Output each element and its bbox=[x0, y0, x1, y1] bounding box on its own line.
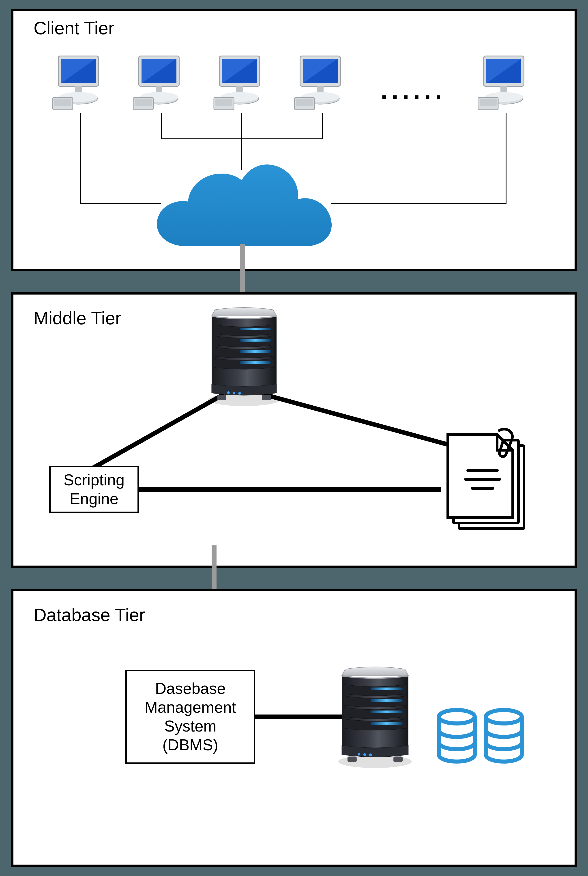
svg-point-70 bbox=[369, 753, 372, 756]
svg-point-74 bbox=[486, 710, 522, 723]
dbms-node: Dasebase Management System (DBMS) bbox=[125, 670, 255, 764]
svg-point-73 bbox=[439, 710, 475, 723]
dbms-label: Management bbox=[145, 698, 236, 717]
svg-rect-65 bbox=[370, 699, 403, 702]
svg-rect-67 bbox=[370, 722, 403, 724]
svg-rect-72 bbox=[393, 756, 403, 762]
svg-rect-66 bbox=[370, 711, 403, 713]
database-cylinder-icon bbox=[482, 708, 526, 766]
database-cylinder-icon bbox=[434, 708, 479, 766]
dbms-label: System bbox=[164, 717, 216, 735]
dbms-label: (DBMS) bbox=[162, 735, 218, 754]
svg-rect-64 bbox=[370, 688, 403, 690]
svg-rect-71 bbox=[348, 756, 357, 762]
dbms-label: Dasebase bbox=[155, 679, 225, 698]
svg-point-69 bbox=[363, 753, 366, 756]
diagram-canvas: Client Tier bbox=[0, 0, 588, 876]
svg-point-68 bbox=[358, 753, 360, 756]
server-icon bbox=[332, 662, 419, 774]
